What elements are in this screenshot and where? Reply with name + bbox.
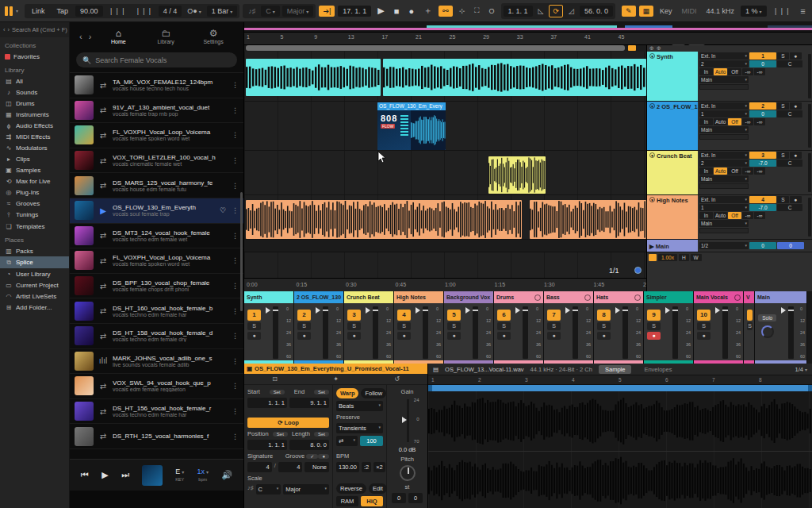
tab-settings[interactable]: ⚙Settings	[190, 29, 237, 44]
main-volume-value[interactable]: 0	[749, 242, 776, 249]
signature-denominator[interactable]: 4	[278, 462, 303, 472]
pan-value[interactable]: C	[777, 204, 802, 211]
loop-icon[interactable]: ⇄	[98, 282, 109, 291]
strip-number-button[interactable]: 1	[247, 310, 261, 321]
mixer-strip-v[interactable]: VS	[744, 291, 755, 364]
send-a-value[interactable]: -∞	[742, 118, 753, 125]
strip-number-button[interactable]: 2	[297, 310, 311, 321]
forward-icon[interactable]: ›	[8, 26, 10, 33]
main-pan-knob[interactable]	[761, 325, 774, 338]
favorite-icon[interactable]: ♡	[220, 206, 226, 214]
collapse-icon[interactable]: ▾	[649, 103, 655, 109]
punch-in-button[interactable]: ◺	[535, 6, 547, 17]
input-channel-menu[interactable]: 1	[699, 110, 749, 117]
sample-beat-ruler[interactable]: 12345678	[428, 375, 812, 385]
play-icon[interactable]: ▶	[98, 206, 109, 215]
strip-fader[interactable]	[613, 305, 634, 360]
main-resample-menu[interactable]: 1/2	[699, 242, 749, 249]
set-position-button[interactable]: Set	[273, 432, 288, 437]
scale-menu[interactable]: Major▾	[282, 6, 314, 17]
arm-button[interactable]: ●	[790, 102, 802, 110]
pan-value[interactable]: C	[777, 160, 802, 167]
follow-button[interactable]: ➔|	[319, 6, 335, 17]
loop-icon[interactable]: ⇄	[98, 256, 109, 265]
groove-value[interactable]: None	[304, 462, 329, 472]
volume-value[interactable]: -7.0	[749, 204, 776, 211]
output-menu[interactable]: Main	[699, 76, 749, 83]
sidebar-item-current-project[interactable]: ▭Current Project	[0, 279, 69, 291]
mixer-strip-bass[interactable]: Bass7S●012243660	[544, 291, 594, 364]
monitor-auto[interactable]: Auto	[714, 68, 727, 75]
sample-row[interactable]: ⇄DS_MARS_125_vocal_harmony_fevocals hous…	[70, 173, 243, 198]
set-start-button[interactable]: Set	[270, 390, 285, 394]
track-lane[interactable]	[244, 195, 646, 240]
mixer-strip-hats[interactable]: Hats8S●012243660	[594, 291, 644, 364]
sidebar-item-sounds[interactable]: ♪Sounds	[0, 87, 69, 98]
strip-arm-button[interactable]: ●	[647, 332, 661, 340]
main-solo-button[interactable]: Solo	[758, 314, 776, 321]
sample-zoom-menu[interactable]: 1/4▾	[795, 366, 807, 373]
zoom-level[interactable]: 1.00x	[658, 254, 677, 261]
width-button[interactable]: W	[691, 254, 702, 261]
strip-number-button[interactable]: 8	[597, 310, 611, 321]
mixer-track-title[interactable]: Main	[755, 291, 806, 303]
mixer-strip-main-vocals[interactable]: Main Vocals10S●012243660	[694, 291, 744, 364]
link-button[interactable]: Link	[27, 6, 50, 17]
ram-button[interactable]: RAM	[336, 496, 358, 506]
audio-clip-synth[interactable]	[246, 59, 381, 96]
sidebar-item-favorites[interactable]: Favorites	[0, 51, 69, 62]
track-number-button[interactable]: 4	[749, 196, 776, 203]
warp-button[interactable]: Warp	[336, 388, 358, 398]
monitor-in[interactable]: In	[699, 68, 713, 75]
strip-fader[interactable]	[779, 305, 797, 360]
clip-scale-menu[interactable]: Major	[283, 484, 329, 495]
strip-number-button[interactable]	[747, 310, 753, 321]
monitor-off[interactable]: Off	[728, 167, 741, 175]
audio-clip-high-notes[interactable]	[530, 200, 646, 239]
computer-midi-keyboard-button[interactable]: ▦	[639, 6, 654, 17]
strip-solo-button[interactable]: S	[647, 322, 661, 330]
tab-sample[interactable]: Sample	[599, 365, 631, 374]
main-track-lane[interactable]	[244, 240, 646, 252]
sample-row[interactable]: ⇄FL_VOXPH_Vocal_Loop_Voicemavocals femal…	[70, 123, 243, 148]
sidebar-item-tunings[interactable]: ⫯Tunings	[0, 209, 69, 221]
strip-number-button[interactable]: 4	[397, 310, 411, 321]
reverse-button[interactable]: Reverse	[336, 483, 366, 494]
mixer-strip-synth[interactable]: Synth1S●012243660	[244, 291, 294, 364]
clip-root-menu[interactable]: C	[256, 484, 282, 495]
sample-row[interactable]: ⇄91V_AT_130_ambient_vocal_duetvocals fem…	[70, 98, 243, 124]
clip-start-value[interactable]: 1. 1. 1	[247, 398, 287, 408]
volume-icon[interactable]: 🔊	[221, 470, 232, 480]
follow-button-clip[interactable]: Follow	[361, 388, 386, 398]
strip-fader[interactable]	[463, 305, 484, 360]
sidebar-item-user-library[interactable]: ◔User Library	[0, 268, 69, 279]
draw-mode-button[interactable]: ✎	[622, 6, 636, 17]
arm-button[interactable]: ●	[790, 152, 802, 159]
monitor-off[interactable]: Off	[728, 212, 741, 219]
strip-solo-button[interactable]: S	[397, 322, 411, 330]
time-signature-display[interactable]: 4 / 4	[159, 6, 182, 17]
loop-icon[interactable]: ⇄	[98, 106, 109, 114]
sidebar-item-max-for-live[interactable]: ⟲Max for Live	[0, 175, 69, 187]
strip-arm-button[interactable]: ●	[297, 332, 311, 340]
strip-arm-button[interactable]: ●	[697, 332, 710, 340]
midi-map-button[interactable]: MIDI	[679, 6, 700, 17]
strip-arm-button[interactable]: ●	[347, 332, 361, 340]
send-b-value[interactable]: -∞	[754, 167, 765, 175]
strip-fader[interactable]	[263, 305, 284, 360]
record-button[interactable]: ●	[405, 5, 417, 17]
more-menu-icon[interactable]: ⋮	[230, 332, 240, 340]
splice-back-icon[interactable]: ‹	[76, 32, 86, 41]
mixer-track-title[interactable]: Simpler	[644, 291, 693, 303]
loop-length-value[interactable]: 8. 0. 0	[289, 440, 329, 450]
sidebar-item-packs[interactable]: ▥Packs	[0, 245, 69, 256]
preserve-menu[interactable]: Transients	[336, 423, 383, 433]
track-number-button[interactable]: 2	[749, 102, 776, 110]
sidebar-item-modulators[interactable]: ∿Modulators	[0, 142, 69, 153]
rate-selector[interactable]: 1x▾bpm	[197, 468, 209, 483]
send-a-value[interactable]: -∞	[742, 68, 753, 75]
collapse-icon[interactable]: ▾	[649, 197, 655, 202]
strip-solo-button[interactable]: S	[247, 322, 261, 330]
strip-arm-button[interactable]: ●	[447, 332, 461, 340]
strip-number-button[interactable]: 6	[497, 310, 511, 321]
